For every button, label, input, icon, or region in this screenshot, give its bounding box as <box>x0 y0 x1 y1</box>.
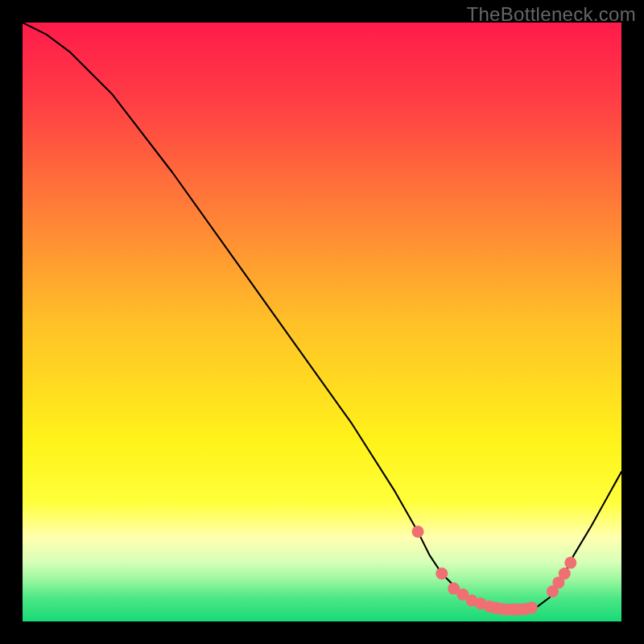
data-marker <box>526 601 538 613</box>
data-marker <box>559 568 571 580</box>
bottleneck-curve-chart <box>23 23 621 621</box>
chart-container: TheBottleneck.com <box>0 0 644 644</box>
watermark-text: TheBottleneck.com <box>466 3 636 26</box>
plot-area <box>23 23 621 621</box>
data-marker <box>564 557 576 569</box>
gradient-background <box>23 23 621 621</box>
data-marker <box>436 568 448 580</box>
data-marker <box>412 526 424 538</box>
